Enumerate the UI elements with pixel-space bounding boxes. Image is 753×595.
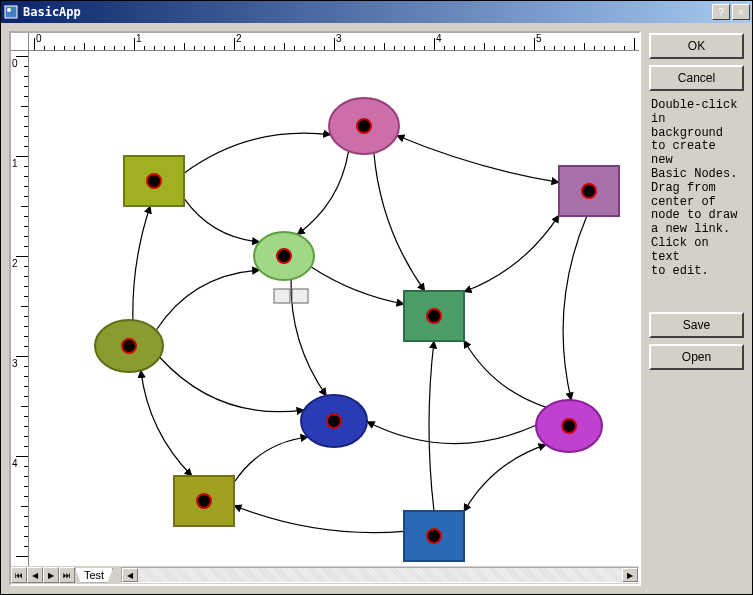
save-button[interactable]: Save	[649, 312, 744, 338]
ruler-corner	[11, 33, 29, 51]
port-icon[interactable]	[562, 419, 576, 433]
tab-nav-last[interactable]: ⏭	[59, 567, 75, 583]
open-button[interactable]: Open	[649, 344, 744, 370]
link[interactable]	[464, 340, 546, 407]
tab-nav-first[interactable]: ⏮	[11, 567, 27, 583]
link[interactable]	[184, 198, 260, 242]
link[interactable]	[234, 506, 404, 533]
vertical-ruler: 01234	[11, 51, 29, 566]
scroll-right-button[interactable]: ▶	[622, 568, 638, 582]
link[interactable]	[464, 445, 546, 512]
link[interactable]	[464, 215, 559, 292]
diagram-canvas[interactable]	[29, 51, 639, 566]
sidebar: OK Cancel Double-click in background to …	[649, 31, 744, 586]
bottom-tab-bar: ⏮ ◀ ▶ ⏭ Test ◀ ▶	[11, 566, 639, 584]
app-window: BasicApp ? × 012345 01234	[0, 0, 753, 595]
link[interactable]	[234, 437, 308, 483]
port-icon[interactable]	[277, 249, 291, 263]
link[interactable]	[156, 270, 260, 330]
scroll-track[interactable]	[138, 568, 622, 582]
svg-rect-0	[5, 6, 17, 18]
link[interactable]	[133, 206, 150, 320]
port-icon[interactable]	[427, 309, 441, 323]
port-icon[interactable]	[197, 494, 211, 508]
port-icon[interactable]	[357, 119, 371, 133]
link[interactable]	[160, 357, 304, 411]
svg-point-1	[7, 8, 11, 12]
sheet-tab[interactable]: Test	[75, 568, 113, 583]
port-icon[interactable]	[327, 414, 341, 428]
horizontal-ruler: 012345	[29, 33, 639, 51]
help-button[interactable]: ?	[712, 4, 730, 20]
tab-nav-next[interactable]: ▶	[43, 567, 59, 583]
cancel-button[interactable]: Cancel	[649, 65, 744, 91]
close-button[interactable]: ×	[732, 4, 750, 20]
link[interactable]	[374, 153, 425, 291]
link[interactable]	[184, 133, 331, 173]
link[interactable]	[367, 422, 536, 444]
link[interactable]	[429, 341, 434, 511]
link[interactable]	[563, 216, 587, 400]
properties-icon[interactable]	[274, 289, 290, 303]
titlebar[interactable]: BasicApp ? ×	[1, 1, 752, 23]
canvas-area: 012345 01234 ⏮ ◀ ▶ ⏭	[9, 31, 641, 586]
link[interactable]	[141, 370, 192, 476]
ok-button[interactable]: OK	[649, 33, 744, 59]
port-icon[interactable]	[582, 184, 596, 198]
app-icon	[3, 4, 19, 20]
link[interactable]	[297, 151, 348, 234]
horizontal-scrollbar[interactable]: ◀ ▶	[121, 567, 639, 583]
link[interactable]	[397, 136, 559, 183]
scroll-left-button[interactable]: ◀	[122, 568, 138, 582]
window-title: BasicApp	[23, 5, 712, 19]
diagram-svg[interactable]	[29, 51, 639, 566]
port-icon[interactable]	[427, 529, 441, 543]
port-icon[interactable]	[147, 174, 161, 188]
help-text: Double-click in background to create new…	[649, 97, 744, 280]
link[interactable]	[311, 267, 404, 304]
tab-nav-prev[interactable]: ◀	[27, 567, 43, 583]
tag-icon[interactable]	[292, 289, 308, 303]
port-icon[interactable]	[122, 339, 136, 353]
